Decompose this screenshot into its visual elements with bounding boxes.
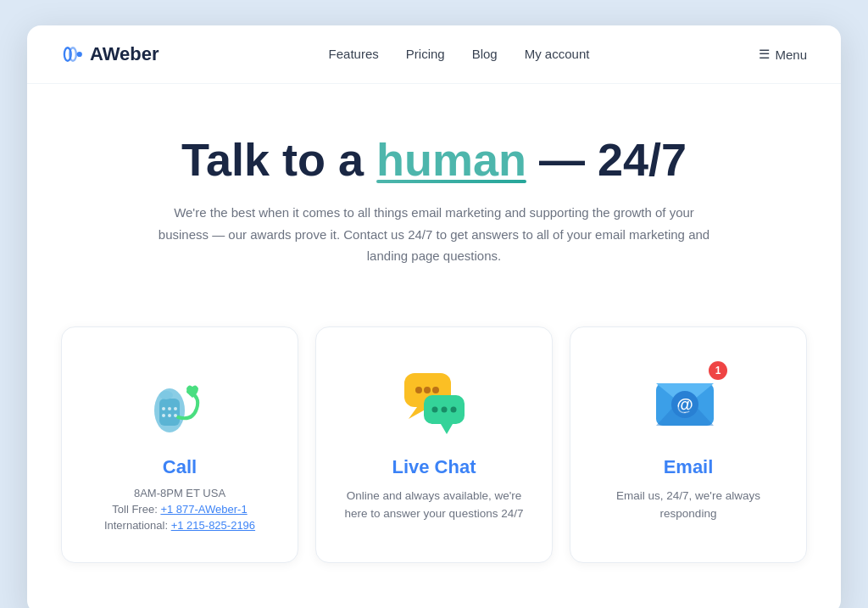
- svg-rect-4: [159, 399, 180, 426]
- call-icon: [137, 358, 222, 443]
- call-title: Call: [82, 456, 277, 478]
- email-title: Email: [591, 456, 786, 478]
- hamburger-icon: ☰: [759, 47, 770, 62]
- contact-cards: Call 8AM-8PM ET USA Toll Free: +1 877-AW…: [27, 301, 841, 608]
- email-description: Email us, 24/7, we're always responding: [591, 487, 786, 523]
- nav-menu-button[interactable]: ☰ Menu: [759, 47, 807, 62]
- call-intl-link[interactable]: +1 215-825-2196: [171, 519, 255, 532]
- heading-end: — 24/7: [526, 134, 687, 185]
- svg-point-14: [415, 387, 422, 393]
- svg-point-2: [77, 52, 82, 57]
- email-icon-wrapper: @ 1: [646, 358, 731, 443]
- call-hours: 8AM-8PM ET USA: [82, 487, 277, 499]
- logo-text: AWeber: [90, 43, 159, 65]
- svg-marker-18: [441, 424, 453, 434]
- svg-point-6: [162, 407, 165, 410]
- hero-section: Talk to a human — 24/7 We're the best wh…: [27, 84, 841, 301]
- logo[interactable]: AWeber: [61, 42, 159, 66]
- svg-point-1: [70, 47, 76, 61]
- call-card: Call 8AM-8PM ET USA Toll Free: +1 877-AW…: [61, 326, 298, 563]
- hero-description: We're the best when it comes to all thin…: [154, 202, 714, 267]
- email-card: @ 1 Email Email us, 24/7, we're always r…: [570, 326, 807, 563]
- logo-icon: [61, 42, 85, 66]
- heading-highlight: human: [376, 134, 526, 185]
- svg-point-16: [432, 387, 439, 393]
- live-chat-card: Live Chat Online and always available, w…: [315, 326, 553, 563]
- nav-pricing[interactable]: Pricing: [406, 47, 445, 61]
- menu-label: Menu: [775, 47, 807, 62]
- navigation: AWeber Features Pricing Blog My account …: [27, 25, 841, 84]
- svg-point-10: [168, 414, 171, 417]
- hero-heading: Talk to a human — 24/7: [61, 135, 807, 185]
- call-tollfree-label: Toll Free: +1 877-AWeber-1: [82, 503, 277, 516]
- nav-links: Features Pricing Blog My account: [329, 47, 590, 62]
- chat-icon: [392, 358, 476, 443]
- svg-point-5: [159, 391, 173, 399]
- svg-point-8: [174, 407, 177, 410]
- call-tollfree-link[interactable]: +1 877-AWeber-1: [160, 503, 247, 516]
- heading-start: Talk to a: [181, 134, 376, 185]
- chat-title: Live Chat: [337, 456, 531, 478]
- svg-point-11: [174, 414, 177, 417]
- call-intl-label: International: +1 215-825-2196: [82, 519, 277, 532]
- svg-point-15: [424, 387, 431, 393]
- svg-point-19: [432, 406, 438, 412]
- svg-point-21: [451, 406, 457, 412]
- chat-description: Online and always available, we're here …: [337, 487, 531, 523]
- nav-blog[interactable]: Blog: [472, 47, 498, 61]
- svg-point-7: [168, 407, 171, 410]
- nav-my-account[interactable]: My account: [525, 47, 590, 61]
- svg-point-20: [442, 406, 448, 412]
- browser-window: AWeber Features Pricing Blog My account …: [27, 25, 841, 608]
- email-badge: 1: [709, 361, 727, 380]
- svg-point-9: [162, 414, 165, 417]
- nav-features[interactable]: Features: [329, 47, 379, 61]
